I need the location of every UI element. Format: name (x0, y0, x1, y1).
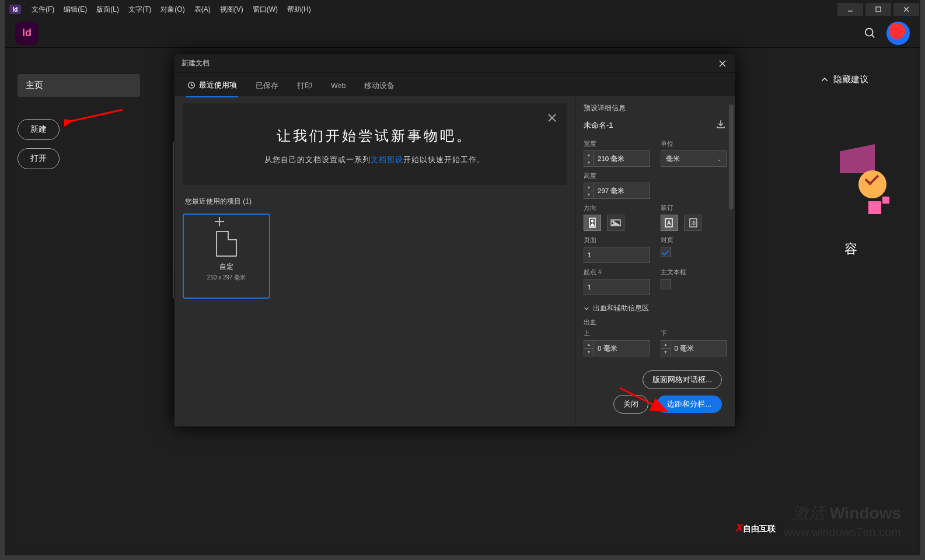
tab-mobile[interactable]: 移动设备 (363, 78, 396, 97)
home-tab[interactable]: 主页 (18, 74, 140, 97)
spin-up-icon[interactable]: ▲ (584, 341, 594, 349)
start-page-input[interactable] (584, 279, 650, 295)
spin-up-icon[interactable]: ▲ (584, 183, 594, 191)
scrollbar[interactable] (729, 104, 734, 209)
doc-presets-link[interactable]: 文档预设 (371, 155, 403, 164)
primary-text-frame-checkbox[interactable] (661, 279, 671, 289)
spin-down-icon[interactable]: ▼ (584, 159, 594, 167)
spin-down-icon[interactable]: ▼ (584, 191, 594, 199)
height-label: 高度 (584, 172, 650, 180)
document-name-field[interactable]: 未命名-1 (584, 120, 715, 131)
svg-text:本: 本 (691, 220, 697, 226)
margins-columns-button[interactable]: 边距和分栏... (657, 396, 722, 413)
menu-table[interactable]: 表(A) (190, 2, 215, 17)
open-button[interactable]: 打开 (18, 148, 60, 169)
menu-view[interactable]: 视图(V) (215, 2, 248, 17)
svg-point-4 (865, 28, 873, 36)
orientation-label: 方向 (584, 204, 650, 212)
app-header: Id (5, 19, 920, 48)
start-page-label: 起点 # (584, 268, 650, 276)
orientation-landscape-button[interactable] (607, 215, 624, 231)
menu-window[interactable]: 窗口(W) (248, 2, 282, 17)
menu-file[interactable]: 文件(F) (27, 2, 59, 17)
chevron-down-icon: ⌄ (717, 156, 721, 162)
suggestion-graphic (840, 138, 892, 232)
facing-pages-checkbox[interactable] (661, 247, 671, 257)
tab-web[interactable]: Web (330, 78, 347, 96)
bleed-top-input[interactable]: ▲▼ (584, 340, 650, 356)
bleed-top-label: 上 (584, 329, 650, 338)
dialog-left-pane: 让我们开始尝试新事物吧。 从您自己的文档设置或一系列文档预设开始以快速开始工作。… (174, 96, 575, 426)
tab-saved[interactable]: 已保存 (254, 78, 280, 97)
user-avatar[interactable] (886, 22, 910, 45)
bleed-section-toggle[interactable]: 出血和辅助信息区 (584, 303, 727, 313)
search-icon[interactable] (858, 22, 882, 45)
preset-details-title: 预设详细信息 (584, 103, 727, 113)
width-input[interactable]: ▲▼ (584, 150, 650, 167)
watermark-windows: 激活 Windows (793, 502, 901, 524)
width-label: 宽度 (584, 139, 650, 148)
svg-text:A: A (667, 220, 671, 226)
facing-pages-label: 对页 (661, 236, 727, 244)
bleed-bottom-label: 下 (661, 329, 727, 338)
bleed-bottom-input[interactable]: ▲▼ (661, 340, 727, 356)
layout-grid-button[interactable]: 版面网格对话框... (643, 370, 722, 389)
spin-down-icon[interactable]: ▼ (584, 349, 594, 356)
banner-heading: 让我们开始尝试新事物吧。 (200, 127, 549, 145)
suggestion-partial-text: 容 (844, 240, 857, 258)
menu-bar: Id 文件(F) 编辑(E) 版面(L) 文字(T) 对象(O) 表(A) 视图… (5, 0, 920, 19)
menu-layout[interactable]: 版面(L) (92, 2, 124, 17)
intro-banner: 让我们开始尝试新事物吧。 从您自己的文档设置或一系列文档预设开始以快速开始工作。 (183, 103, 567, 185)
tab-print[interactable]: 打印 (296, 78, 313, 97)
binding-rtl-button[interactable]: 本 (684, 215, 701, 231)
binding-ltr-button[interactable]: A (661, 215, 678, 231)
window-maximize-button[interactable] (865, 3, 891, 16)
preset-subtitle: 210 x 297 毫米 (207, 274, 246, 282)
svg-rect-1 (876, 7, 881, 12)
spin-up-icon[interactable]: ▲ (584, 151, 594, 159)
dialog-title: 新建文档 (181, 58, 210, 68)
binding-label: 装订 (661, 204, 727, 212)
banner-close-button[interactable] (546, 111, 559, 124)
app-logo-icon: Id (15, 22, 39, 45)
menu-edit[interactable]: 编辑(E) (59, 2, 92, 17)
save-preset-icon[interactable] (715, 119, 727, 131)
dialog-header: 新建文档 (174, 54, 735, 73)
new-document-plus-icon (215, 217, 224, 226)
orientation-portrait-button[interactable] (584, 215, 601, 231)
preset-custom-tile[interactable]: 自定 210 x 297 毫米 (183, 214, 270, 299)
primary-text-frame-label: 主文本框 (661, 268, 727, 276)
tab-recent[interactable]: 最近使用项 (186, 77, 238, 97)
hide-suggestions-toggle[interactable]: 隐藏建议 (821, 74, 905, 85)
svg-point-14 (612, 220, 614, 222)
preset-details-pane: 预设详细信息 未命名-1 宽度 ▲▼ (575, 96, 735, 426)
home-sidebar: 主页 新建 打开 (18, 74, 140, 177)
spin-up-icon[interactable]: ▲ (661, 341, 671, 349)
spin-down-icon[interactable]: ▼ (661, 349, 671, 356)
dialog-close-button[interactable] (717, 58, 728, 69)
dialog-footer: 关闭 边距和分栏... (584, 389, 732, 419)
bleed-label: 出血 (584, 318, 596, 326)
unit-select[interactable]: 毫米 ⌄ (661, 150, 727, 167)
new-document-dialog: 新建文档 最近使用项 已保存 打印 Web 移动设备 让我们开始尝 (174, 54, 735, 427)
menu-help[interactable]: 帮助(H) (282, 2, 316, 17)
window-minimize-button[interactable] (837, 3, 863, 16)
close-button[interactable]: 关闭 (613, 395, 648, 414)
app-window: Id 文件(F) 编辑(E) 版面(L) 文字(T) 对象(O) 表(A) 视图… (0, 0, 925, 560)
hide-suggestions-label: 隐藏建议 (833, 74, 868, 85)
menu-type[interactable]: 文字(T) (124, 2, 156, 17)
tab-recent-label: 最近使用项 (199, 80, 237, 90)
document-icon (216, 231, 237, 257)
svg-line-5 (872, 34, 875, 37)
watermark-brand: X自由互联 (736, 522, 776, 534)
unit-label: 单位 (661, 139, 727, 148)
new-button[interactable]: 新建 (18, 119, 60, 140)
menu-object[interactable]: 对象(O) (156, 2, 189, 17)
pages-input[interactable] (584, 247, 650, 263)
pages-label: 页面 (584, 236, 650, 244)
watermark-url: www.windows7en.com (784, 526, 901, 539)
preset-title: 自定 (219, 262, 233, 271)
svg-point-12 (591, 220, 594, 222)
height-input[interactable]: ▲▼ (584, 183, 650, 199)
window-close-button[interactable] (893, 3, 919, 16)
